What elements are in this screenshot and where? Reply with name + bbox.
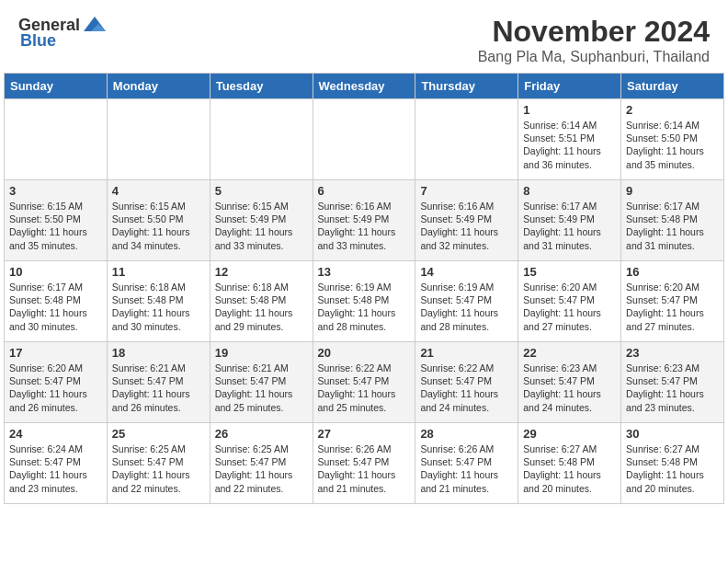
day-number: 16 (626, 265, 719, 279)
calendar-cell: 11Sunrise: 6:18 AM Sunset: 5:48 PM Dayli… (107, 261, 210, 342)
day-info: Sunrise: 6:14 AM Sunset: 5:50 PM Dayligh… (626, 119, 719, 171)
day-info: Sunrise: 6:18 AM Sunset: 5:48 PM Dayligh… (215, 281, 308, 333)
title-block: November 2024 Bang Pla Ma, Suphanburi, T… (478, 15, 710, 65)
calendar-cell: 16Sunrise: 6:20 AM Sunset: 5:47 PM Dayli… (621, 261, 724, 342)
day-number: 29 (523, 427, 616, 441)
day-info: Sunrise: 6:19 AM Sunset: 5:48 PM Dayligh… (318, 281, 411, 333)
weekday-header-tuesday: Tuesday (210, 74, 313, 99)
calendar-cell: 27Sunrise: 6:26 AM Sunset: 5:47 PM Dayli… (313, 423, 415, 504)
day-info: Sunrise: 6:14 AM Sunset: 5:51 PM Dayligh… (523, 119, 616, 171)
calendar-cell: 18Sunrise: 6:21 AM Sunset: 5:47 PM Dayli… (107, 342, 210, 423)
day-info: Sunrise: 6:23 AM Sunset: 5:47 PM Dayligh… (523, 362, 616, 414)
calendar-cell: 14Sunrise: 6:19 AM Sunset: 5:47 PM Dayli… (415, 261, 518, 342)
calendar-cell: 21Sunrise: 6:22 AM Sunset: 5:47 PM Dayli… (415, 342, 518, 423)
day-info: Sunrise: 6:20 AM Sunset: 5:47 PM Dayligh… (523, 281, 616, 333)
calendar-cell: 30Sunrise: 6:27 AM Sunset: 5:48 PM Dayli… (621, 423, 724, 504)
day-number: 28 (420, 427, 513, 441)
day-info: Sunrise: 6:15 AM Sunset: 5:49 PM Dayligh… (215, 200, 308, 252)
weekday-header-friday: Friday (518, 74, 621, 99)
day-info: Sunrise: 6:25 AM Sunset: 5:47 PM Dayligh… (215, 442, 308, 495)
logo: General Blue (18, 15, 108, 51)
calendar-week-4: 17Sunrise: 6:20 AM Sunset: 5:47 PM Dayli… (5, 342, 724, 423)
calendar-cell: 8Sunrise: 6:17 AM Sunset: 5:49 PM Daylig… (518, 180, 621, 261)
calendar-cell: 12Sunrise: 6:18 AM Sunset: 5:48 PM Dayli… (210, 261, 313, 342)
calendar-cell: 1Sunrise: 6:14 AM Sunset: 5:51 PM Daylig… (518, 99, 621, 180)
day-number: 9 (626, 184, 719, 198)
calendar-cell: 19Sunrise: 6:21 AM Sunset: 5:47 PM Dayli… (210, 342, 313, 423)
day-number: 30 (626, 427, 719, 441)
day-number: 26 (215, 427, 308, 441)
day-number: 5 (215, 184, 308, 198)
day-info: Sunrise: 6:22 AM Sunset: 5:47 PM Dayligh… (318, 362, 411, 414)
day-number: 21 (420, 346, 513, 360)
day-number: 18 (112, 346, 205, 360)
logo-icon (82, 15, 108, 35)
day-info: Sunrise: 6:15 AM Sunset: 5:50 PM Dayligh… (112, 200, 205, 252)
day-number: 10 (9, 265, 102, 279)
day-number: 7 (420, 184, 513, 198)
day-info: Sunrise: 6:23 AM Sunset: 5:47 PM Dayligh… (626, 362, 719, 414)
calendar-cell: 4Sunrise: 6:15 AM Sunset: 5:50 PM Daylig… (107, 180, 210, 261)
day-number: 25 (112, 427, 205, 441)
page-header: General Blue November 2024 Bang Pla Ma, … (0, 0, 728, 73)
calendar-cell: 28Sunrise: 6:26 AM Sunset: 5:47 PM Dayli… (415, 423, 518, 504)
day-number: 17 (9, 346, 102, 360)
day-info: Sunrise: 6:21 AM Sunset: 5:47 PM Dayligh… (215, 362, 308, 414)
day-number: 27 (318, 427, 411, 441)
day-info: Sunrise: 6:27 AM Sunset: 5:48 PM Dayligh… (523, 442, 616, 495)
day-info: Sunrise: 6:24 AM Sunset: 5:47 PM Dayligh… (9, 442, 102, 495)
calendar-cell: 7Sunrise: 6:16 AM Sunset: 5:49 PM Daylig… (415, 180, 518, 261)
calendar-cell: 3Sunrise: 6:15 AM Sunset: 5:50 PM Daylig… (5, 180, 108, 261)
day-number: 14 (420, 265, 513, 279)
day-number: 19 (215, 346, 308, 360)
month-title: November 2024 (478, 15, 710, 49)
day-info: Sunrise: 6:18 AM Sunset: 5:48 PM Dayligh… (112, 281, 205, 333)
calendar-cell: 13Sunrise: 6:19 AM Sunset: 5:48 PM Dayli… (313, 261, 415, 342)
day-info: Sunrise: 6:25 AM Sunset: 5:47 PM Dayligh… (112, 442, 205, 495)
day-info: Sunrise: 6:26 AM Sunset: 5:47 PM Dayligh… (318, 442, 411, 495)
day-info: Sunrise: 6:22 AM Sunset: 5:47 PM Dayligh… (420, 362, 513, 414)
calendar-cell (210, 99, 313, 180)
day-info: Sunrise: 6:20 AM Sunset: 5:47 PM Dayligh… (626, 281, 719, 333)
weekday-header-saturday: Saturday (621, 74, 724, 99)
day-info: Sunrise: 6:16 AM Sunset: 5:49 PM Dayligh… (420, 200, 513, 252)
logo-blue-text: Blue (20, 31, 56, 51)
location-title: Bang Pla Ma, Suphanburi, Thailand (478, 49, 710, 65)
day-number: 4 (112, 184, 205, 198)
calendar-cell: 23Sunrise: 6:23 AM Sunset: 5:47 PM Dayli… (621, 342, 724, 423)
calendar-cell: 26Sunrise: 6:25 AM Sunset: 5:47 PM Dayli… (210, 423, 313, 504)
calendar-cell: 10Sunrise: 6:17 AM Sunset: 5:48 PM Dayli… (5, 261, 108, 342)
day-number: 13 (318, 265, 411, 279)
calendar-cell: 5Sunrise: 6:15 AM Sunset: 5:49 PM Daylig… (210, 180, 313, 261)
calendar-cell: 17Sunrise: 6:20 AM Sunset: 5:47 PM Dayli… (5, 342, 108, 423)
calendar-cell: 6Sunrise: 6:16 AM Sunset: 5:49 PM Daylig… (313, 180, 415, 261)
calendar-cell: 29Sunrise: 6:27 AM Sunset: 5:48 PM Dayli… (518, 423, 621, 504)
day-info: Sunrise: 6:17 AM Sunset: 5:48 PM Dayligh… (626, 200, 719, 252)
day-info: Sunrise: 6:15 AM Sunset: 5:50 PM Dayligh… (9, 200, 102, 252)
calendar-cell: 25Sunrise: 6:25 AM Sunset: 5:47 PM Dayli… (107, 423, 210, 504)
calendar-week-2: 3Sunrise: 6:15 AM Sunset: 5:50 PM Daylig… (5, 180, 724, 261)
day-number: 12 (215, 265, 308, 279)
calendar-week-3: 10Sunrise: 6:17 AM Sunset: 5:48 PM Dayli… (5, 261, 724, 342)
weekday-header-thursday: Thursday (415, 74, 518, 99)
day-number: 23 (626, 346, 719, 360)
day-info: Sunrise: 6:26 AM Sunset: 5:47 PM Dayligh… (420, 442, 513, 495)
day-info: Sunrise: 6:17 AM Sunset: 5:48 PM Dayligh… (9, 281, 102, 333)
weekday-header-wednesday: Wednesday (313, 74, 415, 99)
calendar-cell: 20Sunrise: 6:22 AM Sunset: 5:47 PM Dayli… (313, 342, 415, 423)
day-info: Sunrise: 6:27 AM Sunset: 5:48 PM Dayligh… (626, 442, 719, 495)
day-number: 1 (523, 103, 616, 117)
day-number: 11 (112, 265, 205, 279)
day-number: 15 (523, 265, 616, 279)
weekday-header-sunday: Sunday (5, 74, 108, 99)
day-info: Sunrise: 6:16 AM Sunset: 5:49 PM Dayligh… (318, 200, 411, 252)
calendar-cell: 24Sunrise: 6:24 AM Sunset: 5:47 PM Dayli… (5, 423, 108, 504)
day-number: 20 (318, 346, 411, 360)
calendar-week-1: 1Sunrise: 6:14 AM Sunset: 5:51 PM Daylig… (5, 99, 724, 180)
calendar-cell: 2Sunrise: 6:14 AM Sunset: 5:50 PM Daylig… (621, 99, 724, 180)
calendar-week-5: 24Sunrise: 6:24 AM Sunset: 5:47 PM Dayli… (5, 423, 724, 504)
calendar-cell (313, 99, 415, 180)
calendar-cell: 9Sunrise: 6:17 AM Sunset: 5:48 PM Daylig… (621, 180, 724, 261)
calendar-cell (5, 99, 108, 180)
calendar-cell (415, 99, 518, 180)
